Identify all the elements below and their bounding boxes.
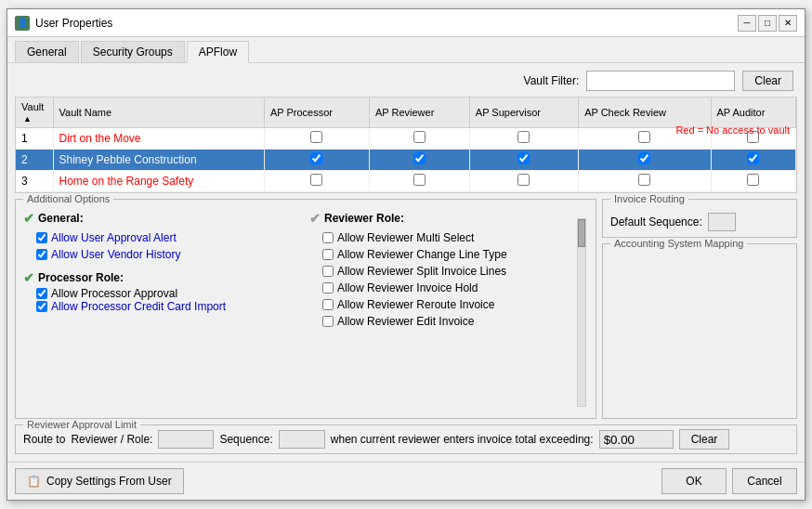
maximize-button[interactable]: □	[758, 15, 777, 32]
table-header-row: Vault ▲ Vault Name AP Processor AP Revie…	[16, 98, 796, 128]
bottom-bar: 📋 Copy Settings From User OK Cancel	[7, 462, 805, 500]
window-title: User Properties	[35, 17, 112, 30]
app-icon: 👤	[15, 16, 30, 31]
copy-icon: 📋	[27, 475, 41, 488]
tab-security-groups[interactable]: Security Groups	[81, 41, 185, 62]
copy-settings-button[interactable]: 📋 Copy Settings From User	[15, 468, 184, 494]
processor-group-title: ✔ Processor Role:	[23, 270, 302, 285]
additional-options-section: Additional Options ✔ General: Allow User…	[15, 199, 596, 419]
bottom-section: Additional Options ✔ General: Allow User…	[15, 199, 797, 419]
scroll-bar[interactable]	[577, 218, 586, 407]
accounting-mapping-section: Accounting System Mapping	[602, 243, 797, 419]
tab-bar: General Security Groups APFlow	[7, 37, 805, 63]
ok-button[interactable]: OK	[661, 468, 727, 494]
sort-arrow-icon: ▲	[23, 114, 32, 124]
ap-reviewer-cell[interactable]	[369, 171, 469, 192]
table-row[interactable]: 3Home on the Range Safety	[16, 171, 796, 192]
ap-check-review-cell[interactable]	[579, 150, 711, 171]
title-bar: 👤 User Properties ─ □ ✕	[7, 9, 805, 37]
ap-auditor-cell[interactable]	[711, 171, 795, 192]
vault-cell: 1	[16, 128, 53, 150]
col-ap-reviewer: AP Reviewer	[369, 98, 469, 128]
ap-supervisor-cell[interactable]	[469, 128, 578, 150]
option-allow-processor-credit-card[interactable]: Allow Processor Credit Card Import	[36, 300, 302, 313]
table-row[interactable]: 2Shiney Pebble Construction	[16, 150, 796, 171]
reviewer-check-icon: ✔	[309, 211, 321, 226]
options-left-col: ✔ General: Allow User Approval Alert All…	[23, 211, 302, 414]
vault-name-cell: Dirt on the Move	[53, 128, 264, 150]
vault-table: Vault ▲ Vault Name AP Processor AP Revie…	[15, 97, 797, 193]
reviewer-approval-section: Reviewer Approval Limit Route to Reviewe…	[15, 424, 797, 454]
general-check-icon: ✔	[23, 211, 34, 226]
reviewer-approval-legend: Reviewer Approval Limit	[23, 419, 140, 430]
accounting-mapping-legend: Accounting System Mapping	[610, 238, 747, 249]
ap-supervisor-cell[interactable]	[469, 150, 578, 171]
approval-clear-button[interactable]: Clear	[679, 429, 730, 450]
default-sequence-input[interactable]	[708, 213, 736, 231]
route-to-input[interactable]	[158, 430, 214, 449]
right-panel: Invoice Routing Default Sequence: Accoun…	[602, 199, 797, 419]
general-group-title: ✔ General:	[23, 211, 302, 226]
vault-name-cell: Shiney Pebble Construction	[53, 150, 264, 171]
content-area: Vault Filter: Clear Vault ▲ Vault Name A…	[7, 63, 805, 462]
ap-reviewer-cell[interactable]	[369, 128, 469, 150]
sequence-input[interactable]	[279, 430, 325, 449]
tab-general[interactable]: General	[15, 41, 79, 62]
vault-cell: 3	[16, 171, 53, 192]
col-ap-auditor: AP Auditor	[711, 98, 795, 128]
ap-processor-cell[interactable]	[264, 128, 369, 150]
options-right-col: ✔ Reviewer Role: Allow Reviewer Multi Se…	[309, 211, 588, 414]
option-reviewer-change-line-type[interactable]: Allow Reviewer Change Line Type	[322, 248, 588, 261]
vault-filter-input[interactable]	[586, 71, 735, 91]
main-window: 👤 User Properties ─ □ ✕ General Security…	[7, 8, 805, 501]
col-vault-name: Vault Name	[53, 98, 264, 128]
ap-supervisor-cell[interactable]	[469, 171, 578, 192]
ap-reviewer-cell[interactable]	[369, 150, 469, 171]
invoice-routing-row: Default Sequence:	[610, 213, 789, 231]
option-reviewer-reroute-invoice[interactable]: Allow Reviewer Reroute Invoice	[322, 298, 588, 311]
scroll-thumb[interactable]	[578, 219, 585, 247]
option-reviewer-edit-invoice[interactable]: Allow Reviewer Edit Invoice	[322, 315, 588, 328]
invoice-routing-legend: Invoice Routing	[610, 193, 688, 204]
processor-check-icon: ✔	[23, 270, 34, 285]
col-vault: Vault ▲	[16, 98, 53, 128]
amount-input[interactable]: $0.00	[599, 430, 674, 449]
ap-processor-cell[interactable]	[264, 150, 369, 171]
col-ap-check-review: AP Check Review	[579, 98, 711, 128]
no-access-label: Red = No access to vault	[675, 124, 790, 136]
invoice-routing-section: Invoice Routing Default Sequence:	[602, 199, 797, 238]
approval-row: Route to Reviewer / Role: Sequence: when…	[23, 429, 789, 450]
vault-filter-row: Vault Filter: Clear	[15, 71, 797, 91]
option-allow-processor-approval[interactable]: Allow Processor Approval	[36, 287, 302, 300]
ap-auditor-cell[interactable]	[711, 150, 795, 171]
col-ap-supervisor: AP Supervisor	[469, 98, 578, 128]
vault-filter-label: Vault Filter:	[524, 74, 580, 87]
option-reviewer-split-invoice[interactable]: Allow Reviewer Split Invoice Lines	[322, 265, 588, 278]
minimize-button[interactable]: ─	[738, 15, 756, 32]
close-button[interactable]: ✕	[779, 15, 797, 32]
option-reviewer-multi-select[interactable]: Allow Reviewer Multi Select	[322, 231, 588, 244]
reviewer-group-title: ✔ Reviewer Role:	[309, 211, 588, 226]
ap-processor-cell[interactable]	[264, 171, 369, 192]
ap-check-review-cell[interactable]	[579, 171, 711, 192]
tab-apflow[interactable]: APFlow	[187, 41, 249, 63]
vault-name-cell: Home on the Range Safety	[53, 171, 264, 192]
cancel-button[interactable]: Cancel	[732, 468, 797, 494]
vault-cell: 2	[16, 150, 53, 171]
col-ap-processor: AP Processor	[264, 98, 369, 128]
option-allow-user-approval-alert[interactable]: Allow User Approval Alert	[36, 231, 302, 244]
option-allow-user-vendor-history[interactable]: Allow User Vendor History	[36, 248, 302, 261]
option-reviewer-invoice-hold[interactable]: Allow Reviewer Invoice Hold	[322, 281, 588, 294]
vault-filter-clear-button[interactable]: Clear	[742, 71, 793, 91]
